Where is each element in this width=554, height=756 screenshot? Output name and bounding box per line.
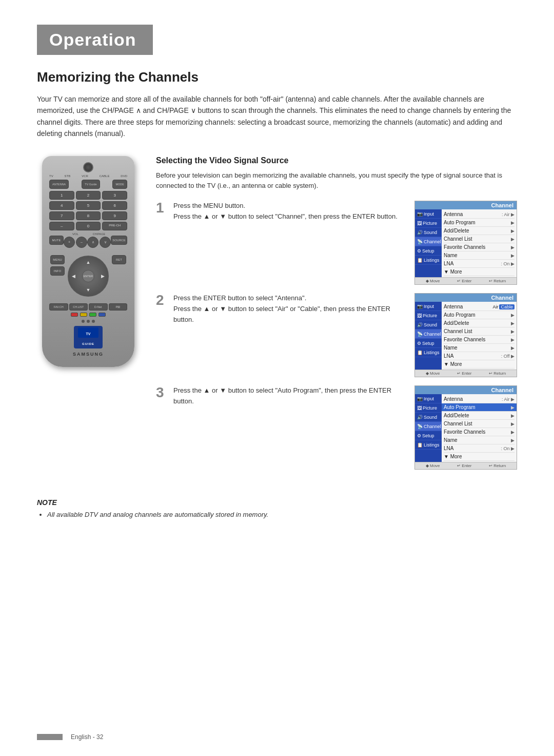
return-button[interactable]: RET [112, 255, 126, 264]
num-2-button[interactable]: 2 [76, 191, 101, 200]
chlist-button[interactable]: CH.LIST [69, 303, 88, 311]
antenna-row: ANTENNA TV Guide MODE [49, 180, 127, 189]
menu-favorites-2: Favorite Channels▶ [444, 336, 515, 344]
num-3-button[interactable]: 3 [102, 191, 127, 200]
power-button[interactable] [83, 162, 93, 172]
blue-button[interactable] [98, 313, 106, 317]
num-6-button[interactable]: 6 [102, 201, 127, 210]
step-1-text: Press the MENU button. Press the ▲ or ▼ … [173, 201, 407, 222]
menu-button[interactable]: MENU [50, 255, 65, 264]
green-button[interactable] [89, 313, 96, 317]
screen-2-body: 📷Input 🖼Picture 🔊Sound 📡Channel ⚙Setup 📋… [415, 302, 517, 370]
menu-name-3: Name▶ [444, 436, 515, 444]
step-3-text: Press the ▲ or ▼ button to select "Auto … [173, 385, 407, 407]
step-1-screen: Channel 📷Input 🖼Picture 🔊Sound 📡Channel … [414, 201, 517, 285]
step-3: 3 Press the ▲ or ▼ button to select "Aut… [156, 385, 517, 470]
menu-channellist-1: Channel List▶ [444, 235, 515, 243]
num-7-button[interactable]: 7 [49, 211, 74, 220]
step-3-number: 3 [156, 385, 166, 400]
sidebar-setup-2: ⚙Setup [415, 339, 442, 348]
prech-button[interactable]: PRE-CH [102, 222, 127, 230]
menu-name-1: Name▶ [444, 251, 515, 260]
operation-header: Operation [37, 25, 153, 55]
info-button[interactable]: INFO [50, 266, 65, 276]
step-2-text: Press the ENTER button to select "Antenn… [173, 293, 407, 325]
menu-favorites-3: Favorite Channels▶ [444, 428, 515, 436]
step-1: 1 Press the MENU button. Press the ▲ or … [156, 201, 517, 285]
screen-3-sidebar: 📷Input 🖼Picture 🔊Sound 📡Channel ⚙Setup 📋… [415, 394, 442, 462]
note-text: All available DTV and analog channels ar… [37, 510, 517, 520]
page-footer: English - 32 [37, 733, 517, 741]
num-0-button[interactable]: 0 [76, 222, 101, 230]
enter-button[interactable]: ENTER [82, 270, 94, 282]
tv-guide-button[interactable]: TV Guide [82, 180, 100, 189]
samsung-brand: SAMSUNG [49, 352, 127, 357]
sidebar-listings-3: 📋Listings [415, 440, 442, 450]
nav-down-arrow[interactable]: ▼ [86, 287, 91, 293]
sidebar-picture-3: 🖼Picture [415, 403, 442, 413]
nav-left-arrow[interactable]: ◀ [72, 274, 75, 279]
dnet-button[interactable]: D-Net [89, 303, 108, 311]
main-layout: TV STB VCR CABLE DVD ANTENNA TV Guide MO… [37, 156, 517, 478]
ch-up-button[interactable]: ∧ [87, 237, 98, 248]
num-1-button[interactable]: 1 [49, 191, 74, 200]
menu-channellist-2: Channel List▶ [444, 327, 515, 336]
sidebar-channel-3: 📡Channel [415, 422, 442, 431]
vol-down-button[interactable]: – [76, 237, 87, 248]
screen-1-sidebar: 📷Input 🖼Picture 🔊Sound 📡Channel ⚙Setup 📋… [415, 209, 442, 277]
step-2: 2 Press the ENTER button to select "Ante… [156, 293, 517, 377]
screen-3-menu: Antenna: Air ▶ Auto Program▶ Add/Delete▶… [442, 394, 517, 462]
note-item-1: All available DTV and analog channels ar… [47, 510, 517, 520]
step-1-number: 1 [156, 201, 166, 215]
number-grid: 1 2 3 4 5 6 7 8 9 – 0 PRE-CH [49, 191, 127, 230]
intro-text: Your TV can memorize and store all of th… [37, 93, 517, 140]
nav-right-arrow[interactable]: ▶ [101, 274, 105, 279]
source-button[interactable]: SOURCE [111, 236, 127, 245]
menu-more-2: ▼ More [444, 360, 515, 369]
num-9-button[interactable]: 9 [102, 211, 127, 220]
step-2-screen: Channel 📷Input 🖼Picture 🔊Sound 📡Channel … [414, 293, 517, 377]
remote-control: TV STB VCR CABLE DVD ANTENNA TV Guide MO… [42, 156, 134, 367]
ch-down-button[interactable]: ∨ [100, 237, 111, 248]
menu-antenna-3: Antenna: Air ▶ [444, 395, 515, 403]
menu-more-1: ▼ More [444, 268, 515, 276]
menu-autoprogram-1: Auto Program▶ [444, 219, 515, 227]
screen-3-body: 📷Input 🖼Picture 🔊Sound 📡Channel ⚙Setup 📋… [415, 394, 517, 462]
mode-button[interactable]: MODE [112, 180, 127, 189]
yellow-button[interactable] [80, 313, 87, 317]
vol-up-button[interactable]: + [64, 237, 75, 248]
pip-button[interactable]: P⊞ [109, 303, 128, 311]
favch-button[interactable]: FAV.CH [49, 303, 68, 311]
sidebar-picture: 🖼Picture [415, 219, 442, 228]
menu-lna-1: LNA: On ▶ [444, 260, 515, 268]
num-8-button[interactable]: 8 [76, 211, 101, 220]
remote-container: TV STB VCR CABLE DVD ANTENNA TV Guide MO… [37, 156, 140, 367]
sidebar-sound-3: 🔊Sound [415, 413, 442, 422]
menu-adddelete-3: Add/Delete▶ [444, 412, 515, 420]
right-content: Selecting the Video Signal Source Before… [156, 156, 517, 478]
mute-button[interactable]: MUTE [49, 236, 64, 245]
nav-ring: ▲ ▼ ◀ ▶ ENTER [68, 256, 109, 297]
screen-1-menu: Antenna: Air ▶ Auto Program▶ Add/Delete▶… [442, 209, 517, 277]
antenna-button[interactable]: ANTENNA [49, 180, 69, 189]
num-4-button[interactable]: 4 [49, 201, 74, 210]
menu-antenna-1: Antenna: Air ▶ [444, 210, 515, 219]
red-button[interactable] [71, 313, 78, 317]
sidebar-input-2: 📷Input [415, 302, 442, 311]
num-5-button[interactable]: 5 [76, 201, 101, 210]
num-dash-button[interactable]: – [49, 222, 74, 230]
menu-lna-2: LNA: Off ▶ [444, 352, 515, 360]
nav-up-arrow[interactable]: ▲ [86, 260, 91, 265]
menu-name-2: Name▶ [444, 344, 515, 352]
screen-1-header: Channel [415, 201, 517, 209]
step-2-number: 2 [156, 293, 166, 307]
sidebar-channel: 📡Channel [415, 237, 442, 246]
subsection-title: Selecting the Video Signal Source [156, 156, 517, 165]
step-3-screen: Channel 📷Input 🖼Picture 🔊Sound 📡Channel … [414, 385, 517, 470]
sidebar-sound-2: 🔊Sound [415, 320, 442, 329]
sidebar-listings-2: 📋Listings [415, 348, 442, 357]
screen-2-menu: Antenna Air Cable Auto Program▶ Add/Dele… [442, 302, 517, 370]
screen-1-body: 📷Input 🖼Picture 🔊Sound 📡Channel ⚙Setup 📋… [415, 209, 517, 277]
tv-screen-1: Channel 📷Input 🖼Picture 🔊Sound 📡Channel … [414, 201, 517, 285]
subsection-intro: Before your television can begin memoriz… [156, 170, 517, 192]
